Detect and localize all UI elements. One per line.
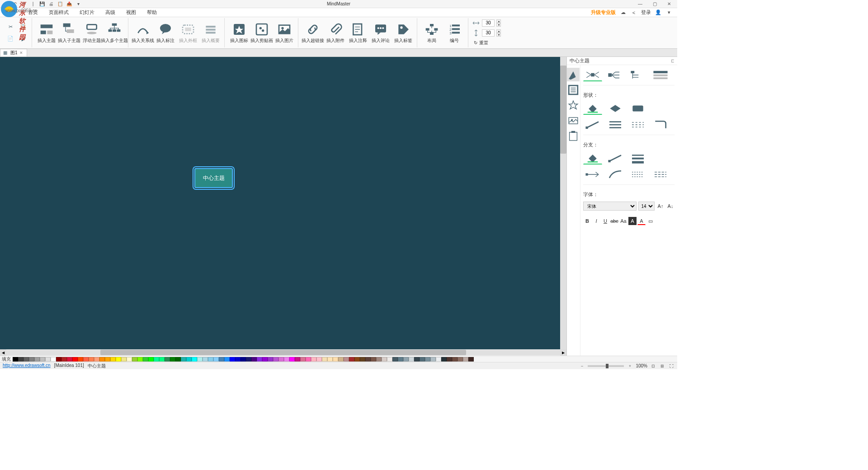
branch-style-3-button[interactable] — [628, 168, 647, 181]
rp-tab-style[interactable] — [567, 68, 580, 81]
color-swatch[interactable] — [186, 357, 192, 362]
color-swatch[interactable] — [289, 357, 295, 362]
color-swatch[interactable] — [116, 357, 121, 362]
color-swatch[interactable] — [213, 357, 219, 362]
color-swatch[interactable] — [382, 357, 387, 362]
color-swatch[interactable] — [89, 357, 94, 362]
font-color-button[interactable]: A — [637, 217, 646, 225]
shape-line-button[interactable] — [583, 118, 602, 131]
color-swatch[interactable] — [110, 357, 116, 362]
insert-tag-button[interactable]: 插入标签 — [392, 19, 414, 47]
color-swatch[interactable] — [175, 357, 181, 362]
fit-page-button[interactable]: ⊡ — [650, 363, 656, 369]
shape-dash-button[interactable] — [628, 118, 647, 131]
color-swatch[interactable] — [447, 357, 452, 362]
italic-button[interactable]: I — [592, 217, 600, 225]
hscroll-thumb[interactable] — [100, 350, 466, 355]
branch-weight-button[interactable] — [628, 152, 647, 164]
fit-width-button[interactable]: ⊞ — [659, 363, 665, 369]
height-input[interactable] — [482, 29, 495, 37]
color-swatch[interactable] — [414, 357, 420, 362]
color-swatch[interactable] — [268, 357, 273, 362]
color-swatch[interactable] — [159, 357, 165, 362]
color-swatch[interactable] — [420, 357, 425, 362]
insert-callout-button[interactable]: 插入标注 — [155, 19, 176, 47]
color-swatch[interactable] — [365, 357, 371, 362]
color-swatch[interactable] — [430, 357, 436, 362]
strike-button[interactable]: abc — [610, 217, 618, 225]
user-icon[interactable]: 👤 — [655, 9, 662, 16]
color-swatch[interactable] — [376, 357, 382, 362]
color-swatch[interactable] — [192, 357, 197, 362]
paste-icon[interactable]: 📋 — [17, 22, 29, 33]
color-swatch[interactable] — [284, 357, 289, 362]
color-swatch[interactable] — [99, 357, 105, 362]
shape-align-button[interactable] — [606, 118, 625, 131]
upgrade-link[interactable]: 升级专业版 — [591, 9, 616, 16]
insert-multi-button[interactable]: 插入多个主题 — [104, 19, 125, 47]
color-swatch[interactable] — [13, 357, 18, 362]
zoom-slider[interactable] — [588, 365, 624, 367]
insert-subtopic-button[interactable]: 插入子主题 — [58, 19, 80, 47]
layout-button[interactable]: 布局 — [421, 19, 443, 47]
color-swatch[interactable] — [436, 357, 441, 362]
width-spinner[interactable]: ▴▾ — [496, 19, 501, 27]
shape-rect-button[interactable] — [628, 102, 647, 115]
shape-corner-button[interactable] — [651, 118, 670, 131]
case-button[interactable]: Aa — [619, 217, 627, 225]
fullscreen-button[interactable]: ⛶ — [668, 363, 675, 369]
rp-tab-outline[interactable] — [567, 83, 580, 97]
width-input[interactable] — [482, 19, 495, 27]
insert-attachment-button[interactable]: 插入附件 — [325, 19, 346, 47]
color-swatch[interactable] — [273, 357, 278, 362]
insert-note-button[interactable]: 插入注释 — [347, 19, 369, 47]
color-swatch[interactable] — [29, 357, 34, 362]
qat-copy-icon[interactable]: 📋 — [57, 1, 63, 7]
color-swatch[interactable] — [241, 357, 246, 362]
color-swatch[interactable] — [67, 357, 72, 362]
menu-page-style[interactable]: 页面样式 — [44, 8, 73, 17]
color-swatch[interactable] — [322, 357, 327, 362]
document-tab[interactable]: ▦ 图1 ✕ — [0, 49, 27, 56]
color-swatch[interactable] — [441, 357, 447, 362]
rp-tab-clipart[interactable] — [567, 114, 580, 127]
color-swatch[interactable] — [295, 357, 300, 362]
underline-button[interactable]: U — [601, 217, 609, 225]
hscroll-left-icon[interactable]: ◀ — [0, 349, 6, 356]
insert-icon-button[interactable]: 插入图标 — [228, 19, 250, 47]
color-swatch[interactable] — [327, 357, 333, 362]
branch-style-1-button[interactable] — [583, 168, 602, 181]
color-swatch[interactable] — [333, 357, 338, 362]
color-swatch[interactable] — [306, 357, 311, 362]
color-swatch[interactable] — [219, 357, 224, 362]
color-swatch[interactable] — [121, 357, 127, 362]
insert-hyperlink-button[interactable]: 插入超链接 — [302, 19, 324, 47]
font-family-select[interactable]: 宋体 — [583, 202, 637, 211]
color-swatch[interactable] — [262, 357, 268, 362]
color-swatch[interactable] — [257, 357, 262, 362]
menu-home[interactable]: 首页 — [24, 8, 42, 17]
hscroll-right-icon[interactable]: ▶ — [560, 349, 566, 356]
font-grow-button[interactable]: A↑ — [656, 202, 665, 210]
color-swatch[interactable] — [251, 357, 257, 362]
color-swatch[interactable] — [83, 357, 89, 362]
color-swatch[interactable] — [344, 357, 349, 362]
insert-relation-button[interactable]: 插入关系线 — [132, 19, 154, 47]
reset-button[interactable]: ↻重置 — [472, 38, 501, 47]
qat-export-icon[interactable]: 📤 — [66, 1, 72, 7]
cut-icon[interactable]: ✂ — [5, 22, 16, 33]
color-swatch[interactable] — [18, 357, 24, 362]
bold-button[interactable]: B — [583, 217, 591, 225]
format-painter-icon[interactable]: 🖌 — [17, 33, 29, 44]
layout-opt-4[interactable] — [651, 69, 670, 81]
numbering-button[interactable]: 123编号 — [443, 19, 465, 47]
menu-slideshow[interactable]: 幻灯片 — [75, 8, 99, 17]
branch-line-button[interactable] — [606, 152, 625, 164]
color-swatch[interactable] — [409, 357, 414, 362]
qat-undo-icon[interactable]: ↶ — [12, 1, 18, 7]
vscroll-thumb[interactable] — [560, 66, 566, 153]
cloud-icon[interactable]: ☁ — [619, 9, 627, 16]
color-swatch[interactable] — [148, 357, 154, 362]
qat-redo-icon[interactable]: ↷ — [21, 1, 27, 7]
highlight-button[interactable]: A — [628, 217, 637, 225]
